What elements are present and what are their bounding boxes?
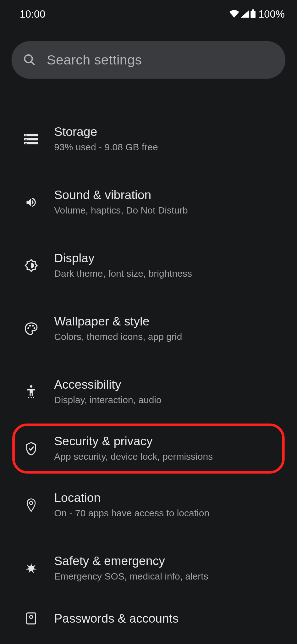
svg-rect-8 <box>25 139 27 140</box>
location-icon <box>24 498 39 513</box>
item-subtitle: Volume, haptics, Do Not Disturb <box>54 204 188 217</box>
highlight-annotation: Security & privacy App security, device … <box>12 424 285 474</box>
item-title: Display <box>54 251 192 265</box>
cellular-icon <box>240 10 250 18</box>
item-subtitle: App security, device lock, permissions <box>54 451 213 463</box>
settings-item-passwords[interactable]: Passwords & accounts <box>0 600 297 625</box>
item-text: Accessibility Display, interaction, audi… <box>54 378 161 406</box>
svg-line-3 <box>31 62 35 65</box>
svg-point-19 <box>30 501 33 504</box>
svg-point-14 <box>34 327 36 329</box>
battery-percent: 100% <box>258 8 284 20</box>
key-icon <box>24 611 39 625</box>
item-text: Wallpaper & style Colors, themed icons, … <box>54 314 182 343</box>
svg-rect-0 <box>250 11 256 18</box>
item-text: Security & privacy App security, device … <box>54 434 213 463</box>
shield-icon <box>24 441 39 455</box>
settings-item-security[interactable]: Security & privacy App security, device … <box>24 434 282 463</box>
item-subtitle: On - 70 apps have access to location <box>54 507 209 519</box>
settings-list: Storage 93% used - 9.08 GB free Sound & … <box>0 87 297 625</box>
item-title: Location <box>54 491 209 505</box>
item-subtitle: Display, interaction, audio <box>54 394 161 406</box>
search-placeholder: Search settings <box>47 52 142 68</box>
svg-point-12 <box>29 325 31 327</box>
sound-icon <box>24 196 39 208</box>
item-title: Safety & emergency <box>54 554 208 568</box>
accessibility-icon <box>24 385 39 399</box>
status-right: 100% <box>229 8 284 20</box>
battery-icon <box>250 9 256 19</box>
asterisk-icon <box>24 562 39 575</box>
wifi-icon <box>229 10 239 18</box>
status-bar: 10:00 100% <box>0 0 297 25</box>
settings-item-accessibility[interactable]: Accessibility Display, interaction, audi… <box>0 360 297 424</box>
item-title: Passwords & accounts <box>54 611 179 625</box>
item-title: Storage <box>54 125 158 139</box>
status-icons <box>229 9 256 19</box>
item-title: Wallpaper & style <box>54 314 182 328</box>
svg-rect-7 <box>25 135 27 136</box>
settings-item-location[interactable]: Location On - 70 apps have access to loc… <box>0 474 297 537</box>
item-title: Sound & vibration <box>54 188 188 202</box>
item-text: Passwords & accounts <box>54 611 179 625</box>
svg-rect-18 <box>33 397 34 398</box>
svg-rect-17 <box>31 397 32 398</box>
item-subtitle: 93% used - 9.08 GB free <box>54 141 158 153</box>
item-text: Safety & emergency Emergency SOS, medica… <box>54 554 208 583</box>
item-subtitle: Colors, themed icons, app grid <box>54 331 182 343</box>
svg-point-13 <box>32 325 34 327</box>
display-icon <box>24 258 39 272</box>
item-text: Sound & vibration Volume, haptics, Do No… <box>54 188 188 217</box>
svg-point-11 <box>27 327 29 329</box>
svg-point-21 <box>30 615 33 619</box>
item-text: Location On - 70 apps have access to loc… <box>54 491 209 519</box>
item-title: Accessibility <box>54 378 161 391</box>
settings-item-wallpaper[interactable]: Wallpaper & style Colors, themed icons, … <box>0 297 297 360</box>
item-text: Display Dark theme, font size, brightnes… <box>54 251 192 280</box>
svg-point-2 <box>25 55 32 63</box>
storage-icon <box>24 134 39 144</box>
settings-item-storage[interactable]: Storage 93% used - 9.08 GB free <box>0 108 297 171</box>
item-subtitle: Emergency SOS, medical info, alerts <box>54 570 208 583</box>
svg-rect-9 <box>25 143 27 144</box>
status-time: 10:00 <box>20 8 46 20</box>
wallpaper-icon <box>24 322 39 336</box>
item-title: Security & privacy <box>54 434 213 448</box>
settings-item-display[interactable]: Display Dark theme, font size, brightnes… <box>0 234 297 297</box>
settings-item-sound[interactable]: Sound & vibration Volume, haptics, Do No… <box>0 171 297 234</box>
svg-rect-16 <box>28 397 29 398</box>
search-icon <box>23 53 36 67</box>
svg-rect-1 <box>252 9 254 11</box>
search-bar[interactable]: Search settings <box>12 41 286 79</box>
item-text: Storage 93% used - 9.08 GB free <box>54 125 158 153</box>
item-subtitle: Dark theme, font size, brightness <box>54 268 192 280</box>
svg-point-15 <box>30 385 32 388</box>
settings-item-safety[interactable]: Safety & emergency Emergency SOS, medica… <box>0 537 297 600</box>
